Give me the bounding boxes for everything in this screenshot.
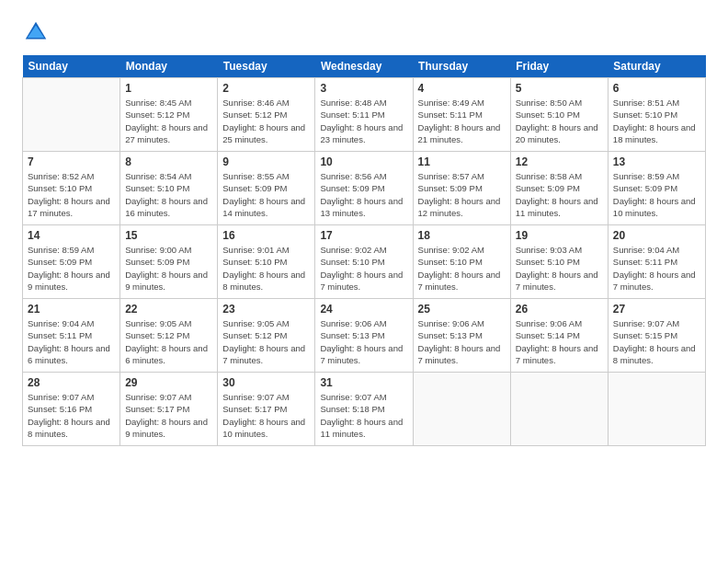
- calendar-cell: 8Sunrise: 8:54 AMSunset: 5:10 PMDaylight…: [120, 152, 218, 225]
- day-info: Sunrise: 9:07 AMSunset: 5:18 PMDaylight:…: [320, 391, 407, 440]
- day-number: 18: [418, 229, 506, 242]
- day-info: Sunrise: 8:58 AMSunset: 5:09 PMDaylight:…: [516, 170, 603, 219]
- day-info: Sunrise: 9:06 AMSunset: 5:14 PMDaylight:…: [516, 317, 603, 366]
- day-info: Sunrise: 9:04 AMSunset: 5:11 PMDaylight:…: [613, 244, 700, 293]
- day-number: 1: [125, 82, 212, 95]
- day-info: Sunrise: 8:55 AMSunset: 5:09 PMDaylight:…: [222, 170, 310, 219]
- day-number: 3: [320, 82, 407, 95]
- week-row-2: 7Sunrise: 8:52 AMSunset: 5:10 PMDaylight…: [23, 152, 706, 225]
- calendar-cell: [23, 78, 120, 152]
- weekday-header-friday: Friday: [510, 55, 608, 78]
- day-info: Sunrise: 8:52 AMSunset: 5:10 PMDaylight:…: [28, 170, 115, 219]
- week-row-1: 1Sunrise: 8:45 AMSunset: 5:12 PMDaylight…: [23, 78, 706, 152]
- day-info: Sunrise: 9:05 AMSunset: 5:12 PMDaylight:…: [125, 317, 212, 366]
- day-info: Sunrise: 9:02 AMSunset: 5:10 PMDaylight:…: [320, 244, 407, 293]
- day-number: 5: [516, 82, 603, 95]
- calendar-cell: 6Sunrise: 8:51 AMSunset: 5:10 PMDaylight…: [608, 78, 705, 152]
- calendar-cell: [608, 373, 705, 446]
- day-info: Sunrise: 8:45 AMSunset: 5:12 PMDaylight:…: [125, 97, 212, 145]
- calendar-cell: 22Sunrise: 9:05 AMSunset: 5:12 PMDayligh…: [120, 299, 218, 373]
- day-number: 6: [613, 82, 700, 95]
- page: SundayMondayTuesdayWednesdayThursdayFrid…: [0, 0, 728, 563]
- calendar-cell: 26Sunrise: 9:06 AMSunset: 5:14 PMDayligh…: [510, 299, 608, 373]
- calendar-cell: 1Sunrise: 8:45 AMSunset: 5:12 PMDaylight…: [120, 78, 218, 152]
- day-info: Sunrise: 9:07 AMSunset: 5:16 PMDaylight:…: [28, 391, 115, 440]
- day-info: Sunrise: 9:05 AMSunset: 5:12 PMDaylight:…: [222, 317, 310, 366]
- day-info: Sunrise: 9:07 AMSunset: 5:17 PMDaylight:…: [222, 391, 310, 440]
- calendar-cell: 7Sunrise: 8:52 AMSunset: 5:10 PMDaylight…: [23, 152, 120, 225]
- day-info: Sunrise: 8:59 AMSunset: 5:09 PMDaylight:…: [28, 244, 115, 293]
- day-number: 30: [222, 376, 310, 389]
- calendar-cell: 24Sunrise: 9:06 AMSunset: 5:13 PMDayligh…: [315, 299, 413, 373]
- weekday-header-tuesday: Tuesday: [218, 55, 315, 78]
- day-info: Sunrise: 8:56 AMSunset: 5:09 PMDaylight:…: [320, 170, 407, 219]
- day-number: 8: [125, 155, 212, 168]
- day-number: 17: [320, 229, 407, 242]
- calendar-cell: 16Sunrise: 9:01 AMSunset: 5:10 PMDayligh…: [218, 225, 315, 299]
- day-number: 29: [125, 376, 212, 389]
- day-info: Sunrise: 8:54 AMSunset: 5:10 PMDaylight:…: [125, 170, 212, 219]
- day-info: Sunrise: 9:03 AMSunset: 5:10 PMDaylight:…: [516, 244, 603, 293]
- calendar-cell: 10Sunrise: 8:56 AMSunset: 5:09 PMDayligh…: [315, 152, 413, 225]
- day-info: Sunrise: 9:06 AMSunset: 5:13 PMDaylight:…: [418, 317, 506, 366]
- day-info: Sunrise: 8:51 AMSunset: 5:10 PMDaylight:…: [613, 97, 700, 145]
- calendar-cell: 13Sunrise: 8:59 AMSunset: 5:09 PMDayligh…: [608, 152, 705, 225]
- day-info: Sunrise: 9:07 AMSunset: 5:17 PMDaylight:…: [125, 391, 212, 440]
- day-info: Sunrise: 9:06 AMSunset: 5:13 PMDaylight:…: [320, 317, 407, 366]
- day-number: 9: [222, 155, 310, 168]
- day-number: 13: [613, 155, 700, 168]
- day-number: 26: [516, 303, 603, 316]
- weekday-header-wednesday: Wednesday: [315, 55, 413, 78]
- calendar-cell: [413, 373, 510, 446]
- day-info: Sunrise: 8:48 AMSunset: 5:11 PMDaylight:…: [320, 97, 407, 145]
- calendar-cell: 4Sunrise: 8:49 AMSunset: 5:11 PMDaylight…: [413, 78, 510, 152]
- week-row-3: 14Sunrise: 8:59 AMSunset: 5:09 PMDayligh…: [23, 225, 706, 299]
- calendar-cell: 5Sunrise: 8:50 AMSunset: 5:10 PMDaylight…: [510, 78, 608, 152]
- day-number: 14: [28, 229, 115, 242]
- calendar-cell: 20Sunrise: 9:04 AMSunset: 5:11 PMDayligh…: [608, 225, 705, 299]
- day-number: 2: [222, 82, 310, 95]
- calendar-cell: 19Sunrise: 9:03 AMSunset: 5:10 PMDayligh…: [510, 225, 608, 299]
- day-number: 27: [613, 303, 700, 316]
- calendar-cell: 30Sunrise: 9:07 AMSunset: 5:17 PMDayligh…: [218, 373, 315, 446]
- day-info: Sunrise: 9:02 AMSunset: 5:10 PMDaylight:…: [418, 244, 506, 293]
- day-number: 20: [613, 229, 700, 242]
- day-number: 23: [222, 303, 310, 316]
- weekday-header-monday: Monday: [120, 55, 218, 78]
- calendar-cell: 9Sunrise: 8:55 AMSunset: 5:09 PMDaylight…: [218, 152, 315, 225]
- day-number: 28: [28, 376, 115, 389]
- calendar-cell: 31Sunrise: 9:07 AMSunset: 5:18 PMDayligh…: [315, 373, 413, 446]
- day-number: 12: [516, 155, 603, 168]
- day-number: 19: [516, 229, 603, 242]
- calendar-cell: 21Sunrise: 9:04 AMSunset: 5:11 PMDayligh…: [23, 299, 120, 373]
- day-number: 16: [222, 229, 310, 242]
- day-number: 21: [28, 303, 115, 316]
- calendar-cell: 2Sunrise: 8:46 AMSunset: 5:12 PMDaylight…: [218, 78, 315, 152]
- day-number: 24: [320, 303, 407, 316]
- calendar-cell: 18Sunrise: 9:02 AMSunset: 5:10 PMDayligh…: [413, 225, 510, 299]
- calendar: SundayMondayTuesdayWednesdayThursdayFrid…: [22, 55, 706, 446]
- calendar-cell: 25Sunrise: 9:06 AMSunset: 5:13 PMDayligh…: [413, 299, 510, 373]
- logo-icon: [22, 18, 50, 46]
- day-number: 7: [28, 155, 115, 168]
- weekday-header-sunday: Sunday: [23, 55, 120, 78]
- calendar-cell: 27Sunrise: 9:07 AMSunset: 5:15 PMDayligh…: [608, 299, 705, 373]
- day-info: Sunrise: 8:49 AMSunset: 5:11 PMDaylight:…: [418, 97, 506, 145]
- header: [22, 18, 706, 46]
- day-info: Sunrise: 9:07 AMSunset: 5:15 PMDaylight:…: [613, 317, 700, 366]
- day-info: Sunrise: 8:50 AMSunset: 5:10 PMDaylight:…: [516, 97, 603, 145]
- day-number: 4: [418, 82, 506, 95]
- day-number: 31: [320, 376, 407, 389]
- calendar-cell: 3Sunrise: 8:48 AMSunset: 5:11 PMDaylight…: [315, 78, 413, 152]
- calendar-cell: 11Sunrise: 8:57 AMSunset: 5:09 PMDayligh…: [413, 152, 510, 225]
- day-info: Sunrise: 8:57 AMSunset: 5:09 PMDaylight:…: [418, 170, 506, 219]
- weekday-header-thursday: Thursday: [413, 55, 510, 78]
- day-info: Sunrise: 9:00 AMSunset: 5:09 PMDaylight:…: [125, 244, 212, 293]
- day-number: 11: [418, 155, 506, 168]
- calendar-cell: 17Sunrise: 9:02 AMSunset: 5:10 PMDayligh…: [315, 225, 413, 299]
- calendar-cell: 12Sunrise: 8:58 AMSunset: 5:09 PMDayligh…: [510, 152, 608, 225]
- week-row-4: 21Sunrise: 9:04 AMSunset: 5:11 PMDayligh…: [23, 299, 706, 373]
- calendar-cell: 23Sunrise: 9:05 AMSunset: 5:12 PMDayligh…: [218, 299, 315, 373]
- day-number: 10: [320, 155, 407, 168]
- day-number: 25: [418, 303, 506, 316]
